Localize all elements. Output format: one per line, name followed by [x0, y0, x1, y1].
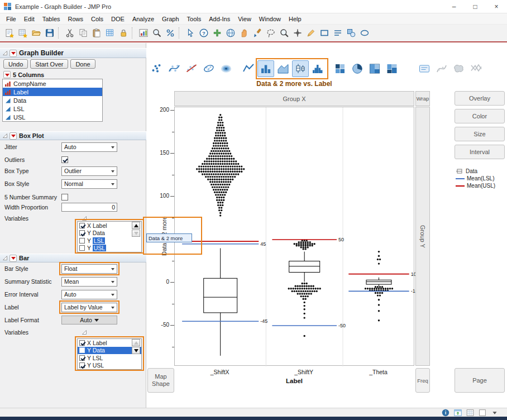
label-dropdown[interactable]: Label by Value [61, 303, 117, 312]
undo-button[interactable]: Undo [3, 59, 28, 69]
jitter-dropdown[interactable]: Auto [61, 142, 117, 152]
five-number-summary-checkbox[interactable] [61, 194, 68, 201]
brush-icon[interactable] [251, 26, 264, 40]
move-down-button[interactable] [132, 230, 140, 237]
move-up-button[interactable] [132, 222, 140, 229]
crosshair-icon[interactable] [291, 26, 304, 40]
annotate-rect-icon[interactable] [318, 26, 331, 40]
disclosure-icon[interactable] [82, 330, 87, 335]
element-pie-icon[interactable] [349, 60, 366, 77]
element-line-icon[interactable] [240, 60, 257, 77]
info-icon[interactable]: i [441, 408, 450, 417]
box-style-dropdown[interactable]: Normal [61, 179, 117, 189]
variable-y-lsl[interactable]: Y LSL [78, 237, 141, 245]
size-drop-zone[interactable]: Size [455, 127, 505, 141]
show-boards-icon[interactable] [453, 408, 462, 417]
freq-drop-zone[interactable]: Freq [415, 368, 430, 393]
graph-builder-header[interactable]: Graph Builder [0, 48, 146, 58]
grabber-hand-icon[interactable] [237, 26, 251, 40]
element-contour-icon[interactable] [218, 60, 235, 77]
element-caption-box-icon[interactable] [416, 60, 433, 77]
menu-rows[interactable]: Rows [64, 13, 88, 25]
annotate-lines-icon[interactable] [331, 26, 345, 40]
legend-item-meanusl[interactable]: Mean(USL) [456, 182, 506, 189]
open-icon[interactable] [30, 26, 43, 40]
red-triangle-menu-icon[interactable] [3, 71, 11, 78]
cut-icon[interactable] [63, 26, 76, 40]
label-format-button[interactable]: Auto [61, 316, 117, 324]
annotate-shapes-icon[interactable] [345, 26, 358, 40]
variable-checkbox[interactable] [79, 223, 85, 228]
variable-checkbox[interactable] [79, 362, 85, 368]
element-ellipse-icon[interactable] [200, 60, 217, 77]
paste-icon[interactable] [90, 26, 103, 40]
menu-tables[interactable]: Tables [39, 13, 64, 25]
search-icon[interactable] [150, 26, 164, 40]
element-bar-icon[interactable] [257, 60, 274, 77]
legend-item-meanlsl[interactable]: Mean(LSL) [456, 175, 506, 182]
caret-down-icon[interactable] [490, 408, 499, 417]
variable-checkbox[interactable] [79, 238, 85, 244]
disclosure-icon[interactable] [82, 216, 87, 221]
menu-file[interactable]: File [2, 13, 20, 25]
bar-style-dropdown[interactable]: Float [61, 264, 117, 274]
legend-item-data[interactable]: Data [456, 168, 506, 175]
variable-checkbox[interactable] [79, 347, 85, 353]
plot-area[interactable]: 45-4550-5010-10 [174, 107, 414, 366]
globe-icon[interactable] [224, 26, 237, 40]
maximize-button[interactable]: □ [465, 0, 486, 13]
menu-help[interactable]: Help [285, 13, 305, 25]
columns-header[interactable]: 5 Columns [3, 71, 44, 78]
move-down-button[interactable] [132, 347, 140, 354]
checkbox-icon[interactable] [478, 408, 487, 417]
variable-checkbox[interactable] [79, 230, 85, 236]
graph-builder-icon[interactable] [137, 26, 150, 40]
variable-y-usl[interactable]: Y USL [78, 245, 141, 252]
column-item-data[interactable]: Data [3, 96, 102, 104]
variable-checkbox[interactable] [79, 355, 85, 361]
red-triangle-menu-icon[interactable] [9, 132, 17, 140]
disclosure-icon[interactable] [2, 255, 8, 261]
element-histogram-icon[interactable] [309, 60, 326, 77]
wrap-drop-zone[interactable]: Wrap [415, 91, 430, 106]
disclosure-icon[interactable] [2, 50, 8, 56]
lasso-icon[interactable] [264, 26, 278, 40]
element-parallel-plot-icon[interactable] [468, 60, 485, 77]
done-button[interactable]: Done [70, 59, 95, 69]
menu-addins[interactable]: Add-Ins [205, 13, 234, 25]
column-item-compname[interactable]: CompName [3, 79, 102, 88]
menu-analyze[interactable]: Analyze [128, 13, 158, 25]
element-area-icon[interactable] [275, 60, 291, 77]
variable-y-usl[interactable]: Y USL [78, 362, 141, 370]
element-mosaic-icon[interactable] [384, 60, 400, 77]
help-icon[interactable]: ? [197, 26, 211, 40]
menu-window[interactable]: Window [255, 13, 285, 25]
red-triangle-menu-icon[interactable] [9, 255, 17, 262]
red-triangle-menu-icon[interactable] [9, 50, 17, 57]
column-item-usl[interactable]: USL [3, 113, 102, 121]
move-up-button[interactable] [132, 339, 140, 346]
error-interval-dropdown[interactable]: Auto [61, 290, 117, 299]
interval-drop-zone[interactable]: Interval [455, 145, 505, 159]
menu-view[interactable]: View [234, 13, 255, 25]
formula-percent-icon[interactable] [164, 26, 177, 40]
menu-edit[interactable]: Edit [20, 13, 39, 25]
arrow-cursor-icon[interactable] [184, 26, 197, 40]
grid-icon[interactable] [466, 408, 475, 417]
journal-new-icon[interactable] [3, 26, 16, 40]
menu-cols[interactable]: Cols [87, 13, 107, 25]
minimize-button[interactable]: – [443, 0, 465, 13]
annotate-oval-icon[interactable] [358, 26, 371, 40]
element-treemap-icon[interactable] [366, 60, 383, 77]
close-button[interactable]: × [486, 0, 507, 13]
box-plot-header[interactable]: Box Plot [0, 131, 146, 140]
copy-icon[interactable] [76, 26, 90, 40]
group-x-drop-zone[interactable]: Group X [174, 91, 414, 106]
element-heatmap-icon[interactable] [332, 60, 348, 77]
column-item-label[interactable]: Label [3, 88, 102, 96]
variable-checkbox[interactable] [79, 340, 85, 346]
element-line-of-fit-icon[interactable] [183, 60, 200, 77]
width-proportion-input[interactable]: 0 [61, 203, 117, 212]
element-smoother-icon[interactable] [166, 60, 183, 77]
paste-special-icon[interactable] [103, 26, 117, 40]
